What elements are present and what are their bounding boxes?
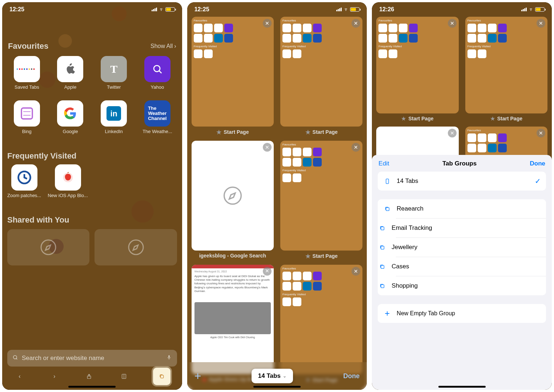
favourites-heading: Favourites: [8, 41, 48, 51]
tab-group-row[interactable]: Email Tracking: [396, 218, 546, 237]
shared-with-you-heading: Shared with You: [7, 215, 177, 225]
tab-group-selector[interactable]: 14 Tabs ⌄: [252, 369, 293, 383]
tile-label: New iOS App Blo...: [48, 193, 88, 204]
status-bar: 12:26: [372, 2, 552, 17]
show-all-button[interactable]: Show All ›: [150, 43, 176, 49]
svg-text:in: in: [111, 109, 117, 118]
tab-group-label: Shopping: [392, 282, 418, 289]
svg-point-11: [224, 187, 241, 204]
star-icon: ★: [490, 116, 495, 121]
battery-icon: [350, 7, 360, 12]
search-icon: [12, 355, 18, 362]
compass-icon: [127, 239, 145, 256]
new-tab-button[interactable]: +: [194, 369, 201, 383]
freq-zoom[interactable]: Zoom patches...: [7, 164, 41, 204]
show-all-label: Show All: [150, 43, 173, 49]
screen-3-tab-groups-sheet: 12:26 Favourites Frequently Visited ✕ ★S…: [372, 2, 552, 390]
tab-group-label: Reaearch: [397, 205, 423, 212]
clock: 12:25: [194, 6, 209, 13]
svg-rect-15: [381, 227, 384, 230]
tabs-button[interactable]: [153, 368, 170, 385]
compass-icon: [40, 239, 57, 256]
tile-label: The Weathe...: [138, 129, 177, 140]
back-button[interactable]: ‹: [14, 371, 25, 382]
tile-label: LinkedIn: [94, 129, 133, 140]
close-tab-button[interactable]: ✕: [352, 143, 360, 152]
close-tab-button[interactable]: ✕: [263, 19, 272, 28]
battery-icon: [535, 7, 545, 12]
tab-groups-section: Reaearch Email Tracking Jewellery Cases …: [378, 199, 546, 295]
tab-thumbnail[interactable]: Favourites Frequently Visited ✕ ★Start P…: [465, 17, 547, 121]
tile-label: Bing: [7, 129, 47, 140]
shared-card[interactable]: [7, 229, 89, 265]
tab-title-label: Start Page: [224, 129, 249, 135]
screen-1-start-page: 12:25 Favourites Show All ›: [2, 2, 182, 390]
close-tab-button[interactable]: ✕: [263, 143, 272, 152]
tile-label: Google: [51, 129, 90, 140]
freq-ios-blog[interactable]: New iOS App Blo...: [48, 164, 88, 204]
tab-group-label: Email Tracking: [392, 224, 432, 232]
close-tab-button[interactable]: ✕: [352, 267, 360, 276]
tab-group-icon: [383, 204, 392, 213]
favourite-bing[interactable]: Bing: [7, 100, 47, 140]
share-button[interactable]: [83, 371, 95, 382]
tab-thumbnail[interactable]: ✕ igeeksblog - Google Search: [192, 141, 274, 260]
bing-icon: [14, 100, 40, 127]
mic-icon[interactable]: [166, 355, 172, 362]
battery-icon: [165, 7, 175, 12]
edit-button[interactable]: Edit: [378, 160, 389, 167]
close-tab-button[interactable]: ✕: [448, 129, 457, 137]
tab-thumbnail[interactable]: Favourites Frequently Visited ✕ ★Start P…: [376, 17, 458, 121]
address-bar[interactable]: [7, 350, 177, 367]
folder-icon: [14, 56, 40, 82]
tab-group-row[interactable]: Cases: [396, 257, 546, 276]
favourite-apple[interactable]: Apple: [51, 56, 90, 96]
done-button[interactable]: Done: [530, 160, 546, 167]
tab-group-label: Jewellery: [392, 244, 417, 251]
tab-thumbnail[interactable]: Favourites Frequently Visited ✕ ★Start P…: [280, 141, 362, 260]
star-icon: ★: [216, 129, 221, 136]
safari-toolbar: ‹ ›: [2, 367, 182, 385]
favourite-weather[interactable]: TheWeatherChannel The Weathe...: [138, 100, 177, 140]
tab-title-label: Start Page: [313, 129, 338, 135]
star-icon: ★: [401, 116, 406, 121]
shared-card[interactable]: [95, 229, 177, 265]
svg-point-6: [129, 240, 143, 255]
bookmarks-button[interactable]: [118, 371, 130, 382]
close-tab-button[interactable]: ✕: [537, 19, 545, 28]
clock: 12:26: [379, 6, 394, 13]
favourite-twitter[interactable]: T Twitter: [94, 56, 133, 96]
favourite-google[interactable]: Google: [51, 100, 90, 140]
screen-2-tab-overview: 12:25 Favourites Frequently Visited ✕ ★S…: [187, 2, 367, 390]
clock-icon: [11, 164, 37, 191]
tab-group-label: Cases: [392, 263, 409, 270]
favourite-linkedin[interactable]: in LinkedIn: [94, 100, 133, 140]
done-button[interactable]: Done: [343, 372, 360, 380]
wifi-icon: [344, 7, 348, 12]
cell-signal-icon: [152, 8, 157, 11]
wifi-icon: [159, 7, 164, 12]
home-indicator: [438, 386, 486, 388]
tab-title-label: Start Page: [497, 116, 522, 121]
close-tab-button[interactable]: ✕: [263, 267, 272, 276]
search-input[interactable]: [22, 355, 162, 362]
tile-label: Apple: [51, 84, 90, 96]
favourite-yahoo[interactable]: Yahoo: [138, 56, 177, 96]
new-tab-group-row[interactable]: + New Empty Tab Group: [378, 304, 546, 323]
tab-thumbnail[interactable]: Favourites Frequently Visited ✕ ★Start P…: [280, 17, 362, 136]
svg-rect-1: [21, 108, 32, 119]
close-tab-button[interactable]: ✕: [448, 19, 457, 28]
tab-group-row[interactable]: Shopping: [396, 276, 546, 295]
tab-grid: Favourites Frequently Visited ✕ ★Start P…: [187, 2, 367, 383]
tile-label: Yahoo: [138, 84, 177, 96]
svg-rect-16: [381, 246, 384, 249]
current-tabs-row[interactable]: 14 Tabs ✓: [378, 172, 546, 191]
forward-button[interactable]: ›: [49, 371, 60, 382]
tab-group-row[interactable]: Reaearch: [378, 199, 546, 218]
tab-thumbnail[interactable]: Favourites Frequently Visited ✕ ★Start P…: [192, 17, 274, 136]
tab-group-row[interactable]: Jewellery: [396, 237, 546, 257]
tile-label: Twitter: [94, 84, 133, 96]
apple-icon: [57, 56, 83, 82]
star-icon: ★: [305, 129, 310, 136]
favourite-saved-tabs[interactable]: Saved Tabs: [7, 56, 47, 96]
